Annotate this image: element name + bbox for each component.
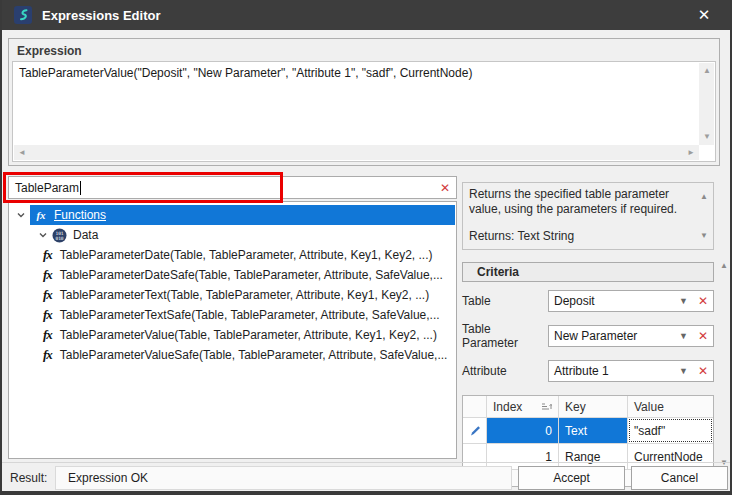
function-signature[interactable]: TableParameterText(Table, TableParameter… (60, 288, 429, 302)
fx-icon: fx (43, 327, 52, 343)
function-tree: fx Functions 101 010 Data fx TableParame… (8, 201, 457, 459)
clear-field-icon[interactable]: ✕ (698, 294, 708, 308)
tree-node-function[interactable]: fx TableParameterDate(Table, TableParame… (9, 245, 456, 265)
criteria-field-row: Attribute Attribute 1 ▼ ✕ (462, 360, 714, 382)
accept-button[interactable]: Accept (518, 466, 625, 490)
function-list: fx TableParameterDate(Table, TableParame… (9, 245, 456, 365)
scroll-up-icon[interactable]: ▲ (703, 67, 711, 75)
selected-node-highlight[interactable]: fx Functions (30, 205, 455, 225)
scroll-right-icon[interactable]: ► (687, 149, 695, 157)
chevron-down-icon[interactable] (16, 210, 26, 220)
functions-icon: fx (32, 208, 50, 223)
column-header-value[interactable]: Value (628, 396, 713, 417)
function-signature[interactable]: TableParameterDate(Table, TableParameter… (60, 248, 433, 262)
expression-editor[interactable]: TableParameterValue("Deposit", "New Para… (12, 61, 716, 162)
scroll-up-icon[interactable]: ▲ (700, 189, 708, 204)
function-signature[interactable]: TableParameterDateSafe(Table, TableParam… (60, 268, 443, 282)
table-header-row: Index Key Value (463, 396, 713, 418)
scroll-down-icon[interactable]: ▼ (700, 228, 708, 243)
chevron-down-icon[interactable] (38, 230, 48, 240)
description-text: Returns the specified table parameter va… (469, 187, 693, 217)
dropdown-field[interactable]: Deposit ▼ ✕ (548, 290, 714, 312)
tree-node-function[interactable]: fx TableParameterText(Table, TableParame… (9, 285, 456, 305)
expression-groupbox: Expression TableParameterValue("Deposit"… (8, 38, 720, 166)
function-description-panel: Returns the specified table parameter va… (462, 182, 714, 250)
clear-field-icon[interactable]: ✕ (698, 364, 708, 378)
sort-ascending-icon (541, 400, 552, 414)
scroll-left-icon[interactable]: ◄ (18, 149, 26, 157)
fx-icon: fx (43, 307, 52, 323)
clear-search-icon[interactable]: ✕ (440, 181, 450, 195)
row-marker-header (463, 396, 487, 417)
dropdown-value: New Parameter (554, 329, 679, 343)
scroll-down-icon[interactable]: ▼ (703, 133, 711, 141)
expression-horizontal-scrollbar[interactable]: ◄ ► (14, 145, 699, 160)
function-signature[interactable]: TableParameterValueSafe(Table, TablePara… (60, 348, 448, 362)
tree-node-label[interactable]: Functions (54, 208, 106, 222)
dropdown-arrow-icon[interactable]: ▼ (679, 366, 688, 376)
tree-node-label[interactable]: Data (73, 228, 98, 242)
dropdown-arrow-icon[interactable]: ▼ (679, 331, 688, 341)
criteria-fields: Table Deposit ▼ ✕ Table Parameter New Pa… (462, 290, 714, 382)
data-category-icon: 101 010 (52, 228, 67, 243)
criteria-panel: Criteria Table Deposit ▼ ✕ Table Paramet… (462, 262, 714, 462)
function-signature[interactable]: TableParameterValue(Table, TableParamete… (60, 328, 437, 342)
expression-text[interactable]: TableParameterValue("Deposit", "New Para… (19, 66, 695, 80)
title-bar: Expressions Editor ✕ (2, 0, 730, 30)
function-signature[interactable]: TableParameterTextSafe(Table, TableParam… (60, 308, 440, 322)
dropdown-field[interactable]: New Parameter ▼ ✕ (548, 325, 714, 347)
expressions-editor-dialog: Expressions Editor ✕ Expression TablePar… (0, 0, 732, 495)
text-caret (80, 181, 81, 195)
result-label: Result: (10, 471, 47, 485)
fx-icon: fx (43, 247, 52, 263)
criteria-field-row: Table Parameter New Parameter ▼ ✕ (462, 325, 714, 347)
dropdown-field[interactable]: Attribute 1 ▼ ✕ (548, 360, 714, 382)
function-search-input[interactable]: TableParam ✕ (8, 176, 457, 199)
criteria-scrollbar[interactable]: ▲ ▼ (718, 258, 731, 470)
row-marker-cell (463, 418, 487, 443)
returns-text: Returns: Text String (469, 229, 693, 244)
dropdown-arrow-icon[interactable]: ▼ (679, 296, 688, 306)
table-row[interactable]: 0 Text "sadf" (463, 418, 713, 444)
search-value: TableParam (15, 181, 79, 195)
svg-text:010: 010 (55, 236, 63, 241)
dialog-body: Expression TableParameterValue("Deposit"… (2, 30, 730, 491)
tree-node-data[interactable]: 101 010 Data (9, 225, 456, 245)
app-logo-icon (14, 6, 32, 24)
tree-node-function[interactable]: fx TableParameterValueSafe(Table, TableP… (9, 345, 456, 365)
fx-icon: fx (43, 347, 52, 363)
tree-node-function[interactable]: fx TableParameterDateSafe(Table, TablePa… (9, 265, 456, 285)
criteria-header: Criteria (462, 262, 714, 282)
footer-divider (2, 462, 730, 463)
tree-node-function[interactable]: fx TableParameterValue(Table, TableParam… (9, 325, 456, 345)
cancel-button[interactable]: Cancel (631, 466, 728, 490)
fx-icon: fx (43, 267, 52, 283)
scroll-up-icon[interactable]: ▲ (720, 261, 728, 270)
close-icon[interactable]: ✕ (690, 6, 718, 24)
dropdown-value: Deposit (554, 294, 679, 308)
column-header-index[interactable]: Index (487, 396, 559, 417)
field-label: Table (462, 294, 548, 308)
field-label: Table Parameter (462, 322, 548, 350)
dropdown-value: Attribute 1 (554, 364, 679, 378)
expression-group-title: Expression (9, 39, 719, 58)
key-cell[interactable]: Text (559, 418, 628, 443)
tree-node-functions[interactable]: fx Functions (9, 205, 456, 225)
tree-node-function[interactable]: fx TableParameterTextSafe(Table, TablePa… (9, 305, 456, 325)
window-title: Expressions Editor (42, 8, 690, 23)
edit-pencil-icon (469, 424, 480, 437)
expression-vertical-scrollbar[interactable]: ▲ ▼ (699, 63, 714, 145)
index-cell[interactable]: 0 (487, 418, 559, 443)
fx-icon: fx (43, 287, 52, 303)
value-cell[interactable]: "sadf" (628, 418, 713, 443)
field-label: Attribute (462, 364, 548, 378)
result-status: Expression OK (55, 466, 512, 490)
column-header-key[interactable]: Key (559, 396, 628, 417)
criteria-field-row: Table Deposit ▼ ✕ (462, 290, 714, 312)
clear-field-icon[interactable]: ✕ (698, 329, 708, 343)
